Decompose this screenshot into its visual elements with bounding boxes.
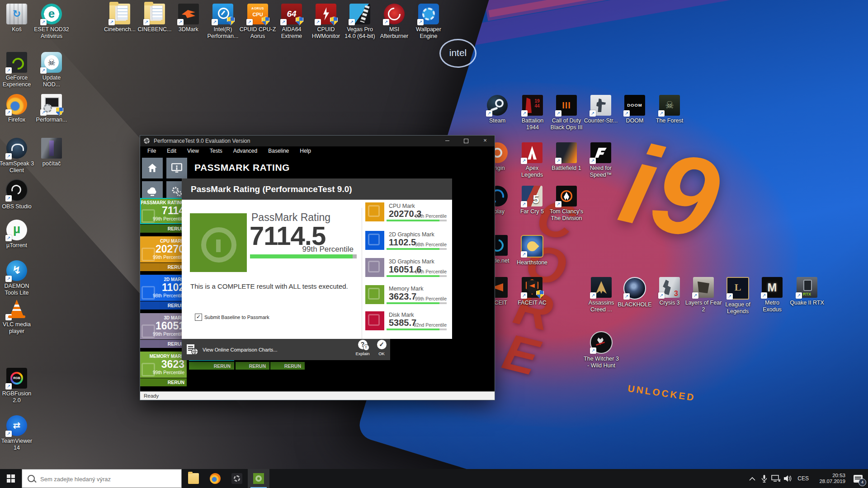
toolbar-home-button[interactable] bbox=[142, 158, 163, 178]
tile-score[interactable]: 3D MARK1605199th Percentile bbox=[140, 313, 187, 339]
rerun-button-2[interactable]: RERUN bbox=[236, 362, 269, 370]
metro-icon: ↗ bbox=[762, 277, 783, 298]
dialog-title[interactable]: PassMark Rating (PerformanceTest 9.0) bbox=[182, 178, 452, 200]
result-tile-memory-mark[interactable]: MEMORY MARK362399th PercentileRERUN bbox=[140, 352, 187, 386]
desktop-icon-faceit-ac[interactable]: ↗FACEIT AC bbox=[511, 277, 553, 306]
language-indicator[interactable]: CES bbox=[797, 475, 809, 482]
charts-label: View Online Comparison Charts... bbox=[203, 347, 277, 352]
tile-score[interactable]: CPU MARK2027099th Percentile bbox=[140, 236, 187, 263]
tile-score[interactable]: PASSMARK RATING711499th Percentile bbox=[140, 198, 187, 224]
tray-expand-icon[interactable] bbox=[746, 469, 758, 488]
result-percentile: 92nd Percentile bbox=[414, 322, 447, 328]
taskbar-firefox[interactable] bbox=[204, 469, 226, 488]
microphone-icon[interactable] bbox=[758, 469, 770, 488]
tile-score[interactable]: MEMORY MARK362399th Percentile bbox=[140, 352, 187, 378]
menu-help[interactable]: Help bbox=[294, 146, 316, 156]
desktop-icon-performancetest[interactable]: ↗Performan... bbox=[31, 94, 72, 123]
desktop-icon-nfs[interactable]: ↗Need for Speed™ bbox=[580, 142, 622, 178]
taskbar-passmark-active[interactable] bbox=[248, 469, 269, 488]
desktop-icon-eset[interactable]: ↗ESET NOD32 Antivirus bbox=[31, 4, 72, 40]
desktop-icon-utorrent[interactable]: ↗µTorrent bbox=[0, 220, 38, 249]
window-title: PerformanceTest 9.0 Evaluation Version bbox=[154, 136, 250, 146]
taskbar-search[interactable] bbox=[22, 469, 182, 488]
start-button[interactable] bbox=[0, 469, 22, 488]
desktop-icon-wallpaper-engine[interactable]: ↗Wallpaper Engine bbox=[408, 4, 449, 40]
tile-score[interactable]: 2D MARK110298th Percentile bbox=[140, 275, 187, 301]
rerun-button-3[interactable]: RERUN bbox=[270, 362, 305, 370]
volume-icon[interactable] bbox=[782, 469, 793, 488]
desktop-icon-teamviewer[interactable]: ↗TeamViewer 14 bbox=[0, 415, 38, 451]
shortcut-arrow-icon: ↗ bbox=[521, 110, 528, 117]
network-display-icon[interactable] bbox=[770, 469, 782, 488]
explain-button[interactable]: ?! Explain bbox=[354, 340, 372, 356]
explain-icon: ?! bbox=[358, 340, 368, 349]
recycle-bin-icon bbox=[6, 4, 27, 24]
menu-tests[interactable]: Tests bbox=[204, 146, 228, 156]
tile-rerun-button[interactable]: RERUN bbox=[140, 225, 187, 233]
menu-file[interactable]: File bbox=[142, 146, 161, 156]
view-online-comparison-charts-button[interactable]: View Online Comparison Charts... bbox=[186, 342, 277, 358]
taskbar-file-explorer[interactable] bbox=[183, 469, 204, 488]
obs-icon: ↗ bbox=[5, 179, 28, 202]
desktop-icon-obs[interactable]: ↗OBS Studio bbox=[0, 179, 38, 210]
desktop-icon-rgbfusion[interactable]: ↗RGBFusion 2.0 bbox=[0, 368, 38, 404]
toolbar-system-info-button[interactable] bbox=[166, 158, 187, 178]
desktop-icon-vlc[interactable]: ↗VLC media player bbox=[0, 299, 38, 335]
vegas-icon: ↗ bbox=[349, 4, 370, 24]
result-row-cpu-mark: CPU Mark20270.399th Percentile bbox=[365, 202, 447, 222]
submit-baseline-checkbox[interactable]: ✓ bbox=[195, 314, 202, 321]
wallpaper-engine-icon: ↗ bbox=[418, 4, 439, 24]
menu-advanced[interactable]: Advanced bbox=[228, 146, 263, 156]
menu-baseline[interactable]: Baseline bbox=[263, 146, 294, 156]
desktop-icon-pocitac[interactable]: počítač bbox=[31, 138, 72, 167]
result-tile-2d-mark[interactable]: 2D MARK110298th PercentileRERUN bbox=[140, 275, 187, 310]
notification-badge: 4 bbox=[859, 479, 866, 486]
shortcut-arrow-icon: ↗ bbox=[623, 110, 630, 117]
tile-label: 3D MARK bbox=[140, 313, 184, 320]
graphics-2d-icon bbox=[365, 231, 384, 250]
minimize-button[interactable] bbox=[438, 136, 457, 146]
shortcut-arrow-icon: ↗ bbox=[796, 292, 802, 299]
desktop-icon-forest[interactable]: ↗The Forest bbox=[649, 95, 690, 124]
result-row-disk-mark: Disk Mark5385.792nd Percentile bbox=[365, 311, 447, 331]
tile-percentile: 99th Percentile bbox=[140, 370, 184, 375]
desktop-icon-label: Quake II RTX bbox=[786, 300, 828, 306]
window-titlebar[interactable]: PerformanceTest 9.0 Evaluation Version × bbox=[140, 136, 495, 146]
tile-value: 20270 bbox=[140, 244, 184, 254]
shortcut-arrow-icon: ↗ bbox=[315, 19, 321, 25]
search-input[interactable] bbox=[39, 469, 177, 488]
desktop-icon-witcher3[interactable]: ↗The Witcher 3 - Wild Hunt bbox=[580, 331, 622, 369]
shortcut-arrow-icon: ↗ bbox=[521, 158, 527, 164]
desktop-icon-hearthstone[interactable]: ↗Hearthstone bbox=[511, 235, 553, 266]
division-icon: ↗ bbox=[556, 186, 577, 206]
uac-shield-icon bbox=[296, 17, 303, 25]
ok-button[interactable]: ✓ OK bbox=[373, 340, 391, 356]
tile-rerun-button[interactable]: RERUN bbox=[140, 301, 187, 310]
disk-icon bbox=[365, 311, 384, 330]
firefox-icon: ↗ bbox=[6, 94, 27, 115]
taskbar-performancetest[interactable] bbox=[226, 469, 248, 488]
desktop-icon-division[interactable]: ↗Tom Clancy's The Division bbox=[546, 186, 587, 222]
result-tile-cpu-mark[interactable]: CPU MARK2027099th PercentileRERUN bbox=[140, 236, 187, 271]
rerun-button-1[interactable]: RERUN bbox=[189, 362, 234, 370]
tile-rerun-button[interactable]: RERUN bbox=[140, 263, 187, 271]
desktop-icon-quake2rtx[interactable]: ↗Quake II RTX bbox=[786, 277, 828, 306]
menu-edit[interactable]: Edit bbox=[161, 146, 182, 156]
close-button[interactable]: × bbox=[476, 136, 495, 146]
result-tile-passmark-rating[interactable]: PASSMARK RATING711499th PercentileRERUN bbox=[140, 198, 187, 233]
farcry5-icon: ↗ bbox=[522, 186, 542, 206]
desktop-icon-daemon[interactable]: ↗DAEMON Tools Lite bbox=[0, 260, 38, 296]
desktop-icon-label: RGBFusion 2.0 bbox=[0, 390, 38, 404]
desktop-icon-update-nod[interactable]: ↗Update NOD... bbox=[31, 52, 72, 88]
update-nod-icon: ↗ bbox=[41, 52, 62, 73]
maximize-button[interactable] bbox=[457, 136, 476, 146]
tile-rerun-button[interactable]: RERUN bbox=[140, 378, 187, 386]
uac-shield-icon bbox=[330, 17, 338, 25]
clock[interactable]: 20:53 28.07.2019 bbox=[813, 473, 845, 484]
shortcut-arrow-icon: ↗ bbox=[280, 19, 287, 25]
result-tile-3d-mark[interactable]: 3D MARK1605199th PercentileRERUN bbox=[140, 313, 187, 348]
tile-rerun-button[interactable]: RERUN bbox=[140, 340, 187, 348]
menu-view[interactable]: View bbox=[182, 146, 204, 156]
hwmonitor-icon: ↗ bbox=[316, 4, 336, 24]
action-center-button[interactable]: 4 bbox=[849, 469, 867, 488]
